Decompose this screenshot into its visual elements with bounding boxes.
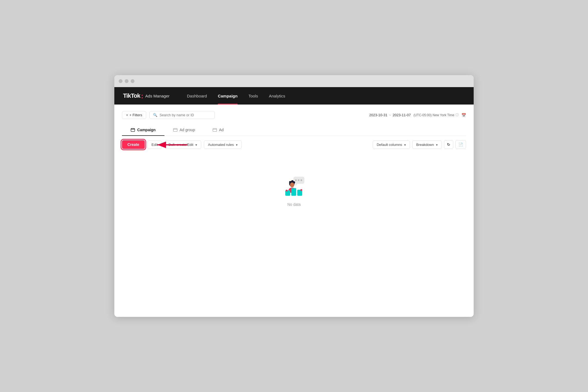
svg-rect-4 bbox=[213, 128, 217, 131]
filter-icon: + bbox=[126, 113, 128, 117]
no-data-message: No data bbox=[287, 202, 301, 207]
bulk-edit-button[interactable]: Bulk create/Edit bbox=[164, 140, 201, 149]
svg-rect-21 bbox=[301, 189, 302, 191]
date-separator: ~ bbox=[389, 113, 391, 117]
brand-dot: : bbox=[141, 92, 143, 100]
svg-point-9 bbox=[301, 179, 302, 181]
adgroup-tab-icon bbox=[173, 128, 177, 132]
svg-rect-3 bbox=[173, 128, 177, 131]
tab-ad[interactable]: Ad bbox=[204, 124, 232, 136]
brand-logo: TikTok : Ads Manager bbox=[123, 92, 170, 100]
date-start: 2023-10-31 bbox=[369, 113, 387, 117]
svg-point-7 bbox=[295, 179, 297, 181]
export-icon: 📄 bbox=[458, 142, 463, 147]
edit-label: Edit bbox=[152, 143, 158, 147]
filters-button[interactable]: + + Filters bbox=[122, 111, 146, 119]
actions-right: Default columns Breakdown ↻ 📄 bbox=[373, 140, 466, 149]
tab-adgroup[interactable]: Ad group bbox=[164, 124, 204, 136]
refresh-icon: ↻ bbox=[447, 142, 450, 147]
create-button[interactable]: Create bbox=[122, 140, 145, 149]
titlebar bbox=[114, 75, 474, 87]
date-range: 2023-10-31 ~ 2023-11-07 bbox=[369, 113, 411, 117]
tabs-row: Campaign Ad group Ad bbox=[122, 124, 466, 136]
nav-item-dashboard[interactable]: Dashboard bbox=[183, 87, 211, 105]
filters-label: + Filters bbox=[130, 113, 142, 117]
timezone-label: (UTC-05:00) New York Time ⓘ bbox=[414, 113, 459, 117]
bulk-label: Bulk create/Edit bbox=[169, 143, 193, 147]
svg-rect-1 bbox=[132, 128, 132, 129]
toolbar-row: + + Filters 🔍 2023-10-31 ~ 2023-11-07 (U… bbox=[122, 111, 466, 119]
svg-rect-0 bbox=[131, 128, 135, 131]
nav-item-campaign[interactable]: Campaign bbox=[213, 87, 242, 105]
search-icon: 🔍 bbox=[153, 113, 157, 117]
no-data-illustration bbox=[280, 176, 308, 198]
svg-point-8 bbox=[298, 179, 299, 181]
nav-item-tools[interactable]: Tools bbox=[244, 87, 262, 105]
toolbar-left: + + Filters 🔍 bbox=[122, 111, 215, 119]
empty-illustration bbox=[280, 176, 308, 198]
tab-ad-label: Ad bbox=[219, 128, 224, 132]
svg-marker-10 bbox=[295, 184, 297, 186]
close-btn[interactable] bbox=[119, 79, 122, 83]
breakdown-label: Breakdown bbox=[416, 143, 434, 147]
search-input[interactable] bbox=[160, 113, 211, 117]
breakdown-chevron-icon bbox=[435, 143, 438, 147]
default-columns-button[interactable]: Default columns bbox=[373, 140, 410, 149]
tab-campaign-label: Campaign bbox=[137, 128, 156, 132]
bulk-chevron-icon bbox=[195, 143, 197, 147]
nav-item-analytics[interactable]: Analytics bbox=[265, 87, 290, 105]
auto-rules-chevron-icon bbox=[235, 143, 238, 147]
actions-left: Create Edit Bulk create/Edit Automated r… bbox=[122, 140, 242, 149]
tab-adgroup-label: Ad group bbox=[180, 128, 195, 132]
main-content: + + Filters 🔍 2023-10-31 ~ 2023-11-07 (U… bbox=[114, 105, 474, 317]
svg-rect-18 bbox=[291, 188, 296, 196]
ad-tab-icon bbox=[213, 128, 217, 132]
empty-state: No data bbox=[122, 154, 466, 228]
edit-button[interactable]: Edit bbox=[148, 140, 162, 149]
brand-ads-manager: Ads Manager bbox=[145, 94, 170, 98]
actions-row: Create Edit Bulk create/Edit Automated r… bbox=[122, 140, 466, 149]
minimize-btn[interactable] bbox=[125, 79, 128, 83]
export-button[interactable]: 📄 bbox=[455, 140, 466, 149]
refresh-button[interactable]: ↻ bbox=[444, 140, 453, 149]
auto-rules-label: Automated rules bbox=[208, 143, 234, 147]
brand-tiktok: TikTok bbox=[123, 92, 140, 99]
calendar-icon[interactable]: 📅 bbox=[461, 113, 466, 117]
campaign-tab-icon bbox=[131, 128, 135, 132]
navbar: TikTok : Ads Manager Dashboard Campaign … bbox=[114, 87, 474, 105]
breakdown-button[interactable]: Breakdown bbox=[412, 140, 442, 149]
tab-campaign[interactable]: Campaign bbox=[122, 124, 164, 136]
app-window: TikTok : Ads Manager Dashboard Campaign … bbox=[114, 75, 474, 317]
default-cols-chevron-icon bbox=[403, 143, 406, 147]
svg-rect-2 bbox=[134, 128, 134, 129]
default-cols-label: Default columns bbox=[377, 143, 402, 147]
toolbar-right: 2023-10-31 ~ 2023-11-07 (UTC-05:00) New … bbox=[369, 113, 466, 117]
maximize-btn[interactable] bbox=[131, 79, 134, 83]
automated-rules-button[interactable]: Automated rules bbox=[204, 140, 242, 149]
timezone-info-icon[interactable]: ⓘ bbox=[455, 113, 459, 117]
date-end: 2023-11-07 bbox=[393, 113, 411, 117]
nav-items: Dashboard Campaign Tools Analytics bbox=[183, 87, 290, 105]
svg-point-15 bbox=[290, 182, 294, 187]
search-box[interactable]: 🔍 bbox=[149, 111, 215, 119]
svg-rect-20 bbox=[286, 190, 287, 191]
